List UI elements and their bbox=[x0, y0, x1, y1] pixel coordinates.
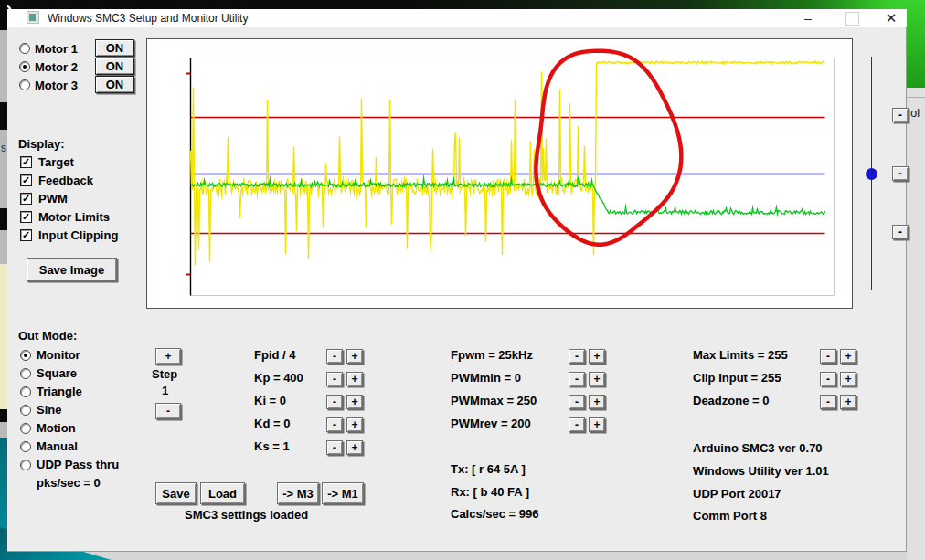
background-left-segment bbox=[0, 30, 7, 102]
kd-plus-button[interactable]: + bbox=[346, 417, 363, 432]
motor-1-on-button[interactable]: ON bbox=[95, 39, 134, 57]
radio-sine-label: Sine bbox=[37, 403, 61, 417]
step-value: 1 bbox=[162, 384, 168, 397]
save-button[interactable]: Save bbox=[155, 482, 197, 504]
arduino-version-text: Arduino SMC3 ver 0.70 bbox=[693, 441, 823, 455]
checkbox-input-clipping-label: Input Clipping bbox=[38, 228, 118, 242]
radio-motion-label: Motion bbox=[37, 421, 76, 435]
fpid-minus-button[interactable]: - bbox=[326, 349, 343, 364]
checkbox-motor-limits-label: Motor Limits bbox=[38, 210, 110, 224]
pwmrev-minus-button[interactable]: - bbox=[569, 417, 585, 432]
comm-port-text: Comm Port 8 bbox=[693, 509, 767, 523]
kp-plus-button[interactable]: + bbox=[346, 372, 363, 386]
checkbox-pwm[interactable]: ✓ bbox=[20, 193, 32, 205]
max-limits-plus-button[interactable]: + bbox=[840, 349, 856, 364]
pwmmin-value: PWMmin = 0 bbox=[451, 371, 521, 385]
checkbox-pwm-label: PWM bbox=[38, 192, 68, 206]
fpid-plus-button[interactable]: + bbox=[346, 349, 363, 364]
clip-input-plus-button[interactable]: + bbox=[840, 372, 856, 386]
radio-motion[interactable] bbox=[20, 423, 31, 434]
radio-motor-3[interactable] bbox=[19, 79, 30, 90]
motor-3-on-button[interactable]: ON bbox=[95, 76, 134, 93]
to-m1-button[interactable]: -> M1 bbox=[322, 482, 364, 504]
lower-limit-minus-button[interactable]: - bbox=[892, 225, 909, 239]
to-m3-button[interactable]: -> M3 bbox=[277, 482, 319, 504]
kd-minus-button[interactable]: - bbox=[326, 417, 343, 432]
motor-2-on-button[interactable]: ON bbox=[95, 58, 134, 75]
radio-square-label: Square bbox=[37, 366, 77, 380]
ki-minus-button[interactable]: - bbox=[326, 395, 343, 409]
checkbox-feedback-label: Feedback bbox=[38, 174, 93, 187]
fpwm-minus-button[interactable]: - bbox=[569, 349, 585, 364]
background-right-divider bbox=[907, 97, 925, 98]
app-icon bbox=[27, 11, 39, 24]
minimize-button[interactable]: – bbox=[793, 9, 823, 27]
udp-port-text: UDP Port 20017 bbox=[693, 487, 781, 501]
pwmmax-plus-button[interactable]: + bbox=[589, 395, 605, 409]
radio-monitor-label: Monitor bbox=[37, 348, 80, 362]
radio-motor-1[interactable] bbox=[19, 43, 30, 54]
pwmmax-minus-button[interactable]: - bbox=[569, 395, 585, 409]
scope-canvas bbox=[147, 39, 852, 308]
radio-sine[interactable] bbox=[20, 405, 31, 416]
ks-value: Ks = 1 bbox=[254, 439, 290, 453]
motor-1-label: Motor 1 bbox=[35, 42, 78, 56]
pwmrev-plus-button[interactable]: + bbox=[589, 417, 605, 432]
settings-status-text: SMC3 settings loaded bbox=[185, 508, 308, 522]
radio-manual[interactable] bbox=[20, 441, 31, 452]
max-limits-minus-button[interactable]: - bbox=[820, 349, 836, 364]
background-right-green-block bbox=[907, 0, 925, 88]
desktop-top-strip bbox=[0, 0, 925, 9]
step-plus-button[interactable]: + bbox=[155, 348, 181, 365]
deadzone-minus-button[interactable]: - bbox=[820, 395, 836, 409]
deadzone-value: Deadzone = 0 bbox=[693, 394, 769, 407]
radio-monitor[interactable] bbox=[20, 350, 31, 361]
kp-value: Kp = 400 bbox=[254, 371, 303, 385]
kp-minus-button[interactable]: - bbox=[326, 372, 343, 386]
save-image-button[interactable]: Save Image bbox=[27, 258, 117, 281]
radio-triangle-label: Triangle bbox=[37, 385, 82, 398]
pwmmin-minus-button[interactable]: - bbox=[569, 372, 585, 386]
ks-plus-button[interactable]: + bbox=[346, 440, 363, 455]
background-partial-text-right: ol bbox=[910, 106, 920, 120]
tx-status: Tx: [ r 64 5A ] bbox=[451, 462, 526, 476]
checkbox-motor-limits[interactable]: ✓ bbox=[20, 211, 32, 223]
radio-square[interactable] bbox=[20, 368, 31, 379]
checkbox-target[interactable]: ✓ bbox=[20, 156, 32, 168]
scope-slider-handle[interactable] bbox=[866, 168, 877, 180]
checkbox-feedback[interactable]: ✓ bbox=[20, 174, 32, 186]
ks-minus-button[interactable]: - bbox=[326, 440, 343, 455]
step-minus-button[interactable]: - bbox=[155, 403, 181, 419]
motor-3-label: Motor 3 bbox=[35, 79, 78, 92]
maximize-button[interactable] bbox=[837, 9, 867, 27]
fpwm-value: Fpwm = 25kHz bbox=[451, 348, 533, 362]
background-left-yellow-window bbox=[0, 264, 7, 409]
pwmmax-value: PWMmax = 250 bbox=[451, 394, 537, 407]
fpwm-plus-button[interactable]: + bbox=[589, 349, 605, 364]
pwmmin-plus-button[interactable]: + bbox=[589, 372, 605, 386]
ki-plus-button[interactable]: + bbox=[346, 395, 363, 409]
motor-2-label: Motor 2 bbox=[35, 60, 78, 74]
clip-input-value: Clip Input = 255 bbox=[693, 371, 781, 385]
checkbox-input-clipping[interactable]: ✓ bbox=[20, 229, 32, 241]
minimize-icon: – bbox=[804, 11, 812, 26]
fpid-label: Fpid / 4 bbox=[254, 348, 296, 362]
target-minus-button[interactable]: - bbox=[892, 166, 909, 181]
load-button[interactable]: Load bbox=[200, 482, 245, 504]
close-button[interactable]: ✕ bbox=[876, 9, 907, 27]
background-partial-text-left: s bbox=[1, 142, 6, 154]
utility-version-text: Windows Utility ver 1.01 bbox=[693, 464, 829, 478]
display-heading: Display: bbox=[18, 137, 65, 151]
radio-triangle[interactable] bbox=[20, 386, 31, 397]
kd-value: Kd = 0 bbox=[254, 417, 290, 430]
max-limits-value: Max Limits = 255 bbox=[693, 348, 788, 362]
radio-motor-2[interactable] bbox=[19, 61, 30, 72]
upper-limit-minus-button[interactable]: - bbox=[892, 108, 909, 122]
out-mode-heading: Out Mode: bbox=[18, 329, 77, 343]
radio-udp-pass-thru[interactable] bbox=[20, 460, 31, 470]
background-left-segment bbox=[0, 230, 7, 264]
maximize-icon bbox=[845, 12, 859, 26]
deadzone-plus-button[interactable]: + bbox=[840, 395, 856, 409]
pwmrev-value: PWMrev = 200 bbox=[451, 417, 531, 430]
clip-input-minus-button[interactable]: - bbox=[820, 372, 836, 386]
